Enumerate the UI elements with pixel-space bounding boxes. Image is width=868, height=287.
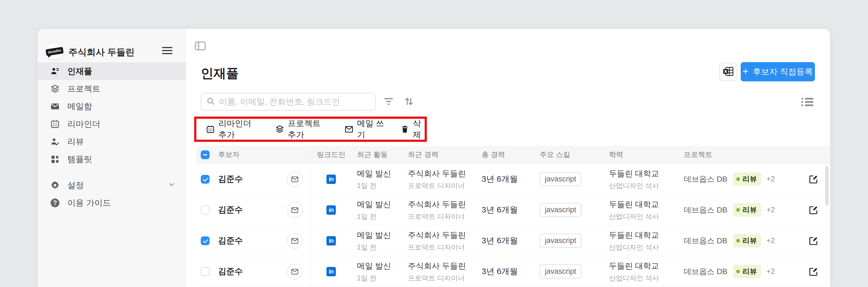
skill-tag: javascript bbox=[539, 234, 581, 248]
doodlin-logo-icon: doodlin bbox=[45, 47, 64, 56]
linkedin-icon[interactable]: in bbox=[327, 205, 336, 215]
sidebar-item-mailbox[interactable]: 메일함 bbox=[38, 98, 186, 115]
layers-icon bbox=[50, 84, 60, 94]
sort-icon[interactable] bbox=[403, 95, 415, 108]
send-mail-button[interactable] bbox=[287, 233, 303, 249]
column-header: 링크드인 bbox=[311, 146, 351, 164]
total-experience: 3년 6개월 bbox=[482, 266, 518, 277]
project-extra-count: +2 bbox=[767, 236, 775, 245]
send-mail-button[interactable] bbox=[287, 171, 303, 187]
sidebar-item-settings[interactable]: 설정 bbox=[38, 177, 186, 194]
recent-role: 프로덕트 디자이너 bbox=[408, 274, 466, 283]
education-school: 두들린 대학교 bbox=[609, 230, 659, 241]
excel-import-button[interactable] bbox=[719, 63, 737, 81]
edit-candidate-button[interactable] bbox=[808, 204, 819, 216]
project-extra-count: +2 bbox=[767, 175, 775, 183]
sidebar-item-talent-pool[interactable]: 인재풀 bbox=[38, 62, 186, 80]
question-circle-icon: ? bbox=[50, 198, 60, 208]
mail-outline-icon bbox=[291, 268, 299, 276]
sidebar-item-template[interactable]: 템플릿 bbox=[38, 150, 186, 168]
write-mail-label: 메일 쓰기 bbox=[357, 118, 384, 140]
write-mail-button[interactable]: 메일 쓰기 bbox=[345, 118, 384, 140]
candidate-name: 김준수 bbox=[218, 173, 243, 185]
candidate-name: 김준수 bbox=[218, 204, 243, 216]
recent-activity: 메일 발신 bbox=[357, 230, 391, 241]
add-candidate-button[interactable]: + 후보자 직접등록 bbox=[741, 62, 815, 82]
sidebar-item-review[interactable]: 리뷰 bbox=[38, 133, 186, 150]
company-name: 주식회사 두들린 bbox=[68, 46, 134, 59]
status-dot-icon bbox=[736, 270, 740, 273]
search-box bbox=[201, 93, 376, 110]
select-all-checkbox[interactable] bbox=[201, 150, 210, 159]
row-checkbox[interactable] bbox=[201, 205, 210, 215]
recent-activity-time: 1일 전 bbox=[357, 243, 391, 252]
mail-icon bbox=[50, 101, 60, 111]
row-checkbox[interactable] bbox=[201, 267, 210, 276]
send-mail-button[interactable] bbox=[287, 264, 303, 280]
linkedin-icon[interactable]: in bbox=[327, 236, 336, 246]
edit-candidate-button[interactable] bbox=[808, 235, 819, 246]
add-project-label: 프로젝트 추가 bbox=[288, 118, 329, 140]
table-row[interactable]: 김준수 in 메일 발신 1일 전 주식회사 두들린 프로덕트 디자이너 3년 … bbox=[196, 195, 830, 225]
project-name: 데브옵스 DB bbox=[684, 205, 727, 215]
linkedin-icon[interactable]: in bbox=[327, 267, 336, 276]
hamburger-menu-icon[interactable] bbox=[162, 47, 173, 56]
add-project-button[interactable]: 프로젝트 추가 bbox=[275, 118, 329, 140]
project-name: 데브옵스 DB bbox=[684, 235, 727, 246]
edit-square-icon bbox=[809, 267, 818, 277]
list-view-icon[interactable] bbox=[801, 96, 813, 108]
sidebar-item-projects[interactable]: 프로젝트 bbox=[38, 80, 186, 98]
edit-candidate-button[interactable] bbox=[808, 266, 819, 277]
table-body: 김준수 in 메일 발신 1일 전 주식회사 두들린 프로덕트 디자이너 3년 … bbox=[196, 164, 830, 287]
recent-activity: 메일 발신 bbox=[357, 199, 391, 210]
education-school: 두들린 대학교 bbox=[609, 168, 659, 179]
linkedin-icon[interactable]: in bbox=[327, 174, 336, 184]
recent-activity-time: 1일 전 bbox=[357, 212, 391, 221]
row-checkbox[interactable] bbox=[201, 236, 210, 245]
company-logo: doodlin bbox=[47, 43, 62, 59]
add-reminder-button[interactable]: 리마인더 추가 bbox=[206, 118, 259, 140]
vertical-scrollbar[interactable] bbox=[825, 166, 829, 205]
recent-activity: 메일 발신 bbox=[357, 168, 391, 179]
recent-role: 프로덕트 디자이너 bbox=[408, 243, 466, 252]
calendar-icon bbox=[206, 125, 215, 134]
person-check-icon bbox=[50, 137, 60, 147]
row-checkbox[interactable] bbox=[201, 175, 210, 184]
recent-activity: 메일 발신 bbox=[357, 261, 391, 272]
table-header: 후보자 링크드인 최근 활동 최근 경력 총 경력 주요 스킬 학력 프로젝트 bbox=[196, 146, 830, 164]
project-name: 데브옵스 DB bbox=[684, 266, 727, 277]
status-dot-icon bbox=[736, 208, 740, 212]
edit-candidate-button[interactable] bbox=[808, 174, 819, 185]
excel-icon bbox=[723, 66, 734, 77]
recent-activity-time: 1일 전 bbox=[357, 274, 391, 283]
calendar-icon bbox=[50, 119, 60, 129]
table-row[interactable]: 김준수 in 메일 발신 1일 전 주식회사 두들린 프로덕트 디자이너 3년 … bbox=[196, 164, 830, 195]
review-badge-label: 리뷰 bbox=[743, 174, 757, 184]
education-degree: 산업디자인 석사 bbox=[609, 212, 659, 221]
review-badge-label: 리뷰 bbox=[743, 205, 757, 215]
sidebar-item-label: 인재풀 bbox=[67, 66, 92, 77]
sidebar-footer-menu: 설정 ? 이용 가이드 bbox=[38, 177, 186, 212]
sidebar-item-reminder[interactable]: 리마인더 bbox=[38, 115, 186, 133]
project-extra-count: +2 bbox=[767, 205, 775, 214]
search-input[interactable] bbox=[219, 97, 370, 106]
education-degree: 산업디자인 석사 bbox=[609, 274, 659, 283]
sidebar-item-guide[interactable]: ? 이용 가이드 bbox=[38, 194, 186, 212]
edit-square-icon bbox=[809, 236, 818, 246]
column-header: 최근 경력 bbox=[405, 146, 476, 164]
chevron-down-icon bbox=[168, 181, 176, 190]
table-row[interactable]: 김준수 in 메일 발신 1일 전 주식회사 두들린 프로덕트 디자이너 3년 … bbox=[196, 225, 830, 256]
candidates-table: 후보자 링크드인 최근 활동 최근 경력 총 경력 주요 스킬 학력 프로젝트 … bbox=[196, 146, 830, 287]
total-experience: 3년 6개월 bbox=[482, 204, 518, 216]
recent-company: 주식회사 두들린 bbox=[408, 261, 466, 272]
sidebar-collapse-icon[interactable] bbox=[195, 41, 206, 52]
project-name: 데브옵스 DB bbox=[684, 174, 727, 185]
filter-icon[interactable] bbox=[382, 95, 395, 108]
app-card: doodlin 주식회사 두들린 인재풀 프로젝트 메일함 bbox=[38, 29, 830, 287]
sidebar-item-label: 템플릿 bbox=[67, 154, 92, 165]
mail-outline-icon bbox=[291, 237, 299, 245]
recent-role: 프로덕트 디자이너 bbox=[408, 181, 466, 190]
table-row[interactable]: 김준수 in 메일 발신 1일 전 주식회사 두들린 프로덕트 디자이너 3년 … bbox=[196, 256, 830, 287]
delete-button[interactable]: 삭제 bbox=[400, 118, 425, 140]
send-mail-button[interactable] bbox=[287, 202, 303, 218]
